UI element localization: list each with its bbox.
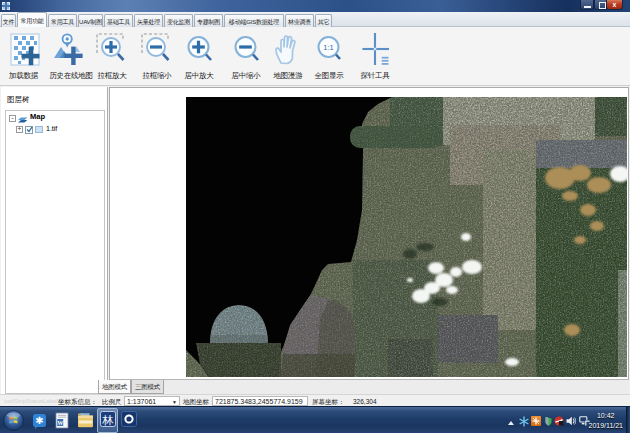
svg-text:林: 林 (102, 414, 114, 426)
svg-text:1:1: 1:1 (323, 43, 333, 52)
svg-text:W: W (57, 420, 63, 426)
svg-text:✱: ✱ (35, 415, 43, 426)
